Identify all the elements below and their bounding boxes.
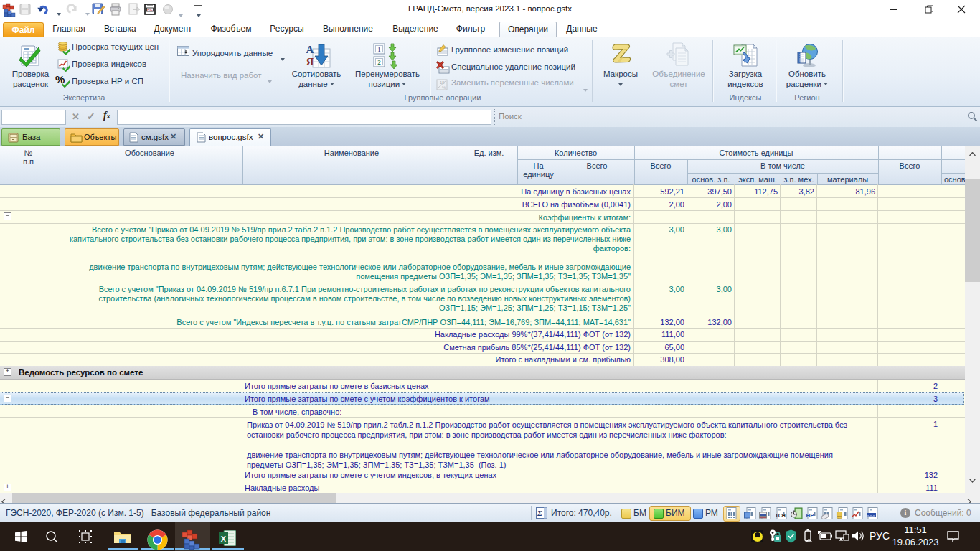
svg-text:Σ: Σ xyxy=(537,509,542,517)
svg-text:1: 1 xyxy=(377,46,381,53)
svg-text:Я: Я xyxy=(306,56,314,67)
svg-text:А: А xyxy=(306,44,314,55)
svg-text:2: 2 xyxy=(377,59,381,66)
svg-text:X: X xyxy=(221,534,227,543)
svg-text:НР: НР xyxy=(806,512,815,519)
svg-text:%: % xyxy=(442,85,446,90)
svg-text:ТСН: ТСН xyxy=(776,513,786,518)
